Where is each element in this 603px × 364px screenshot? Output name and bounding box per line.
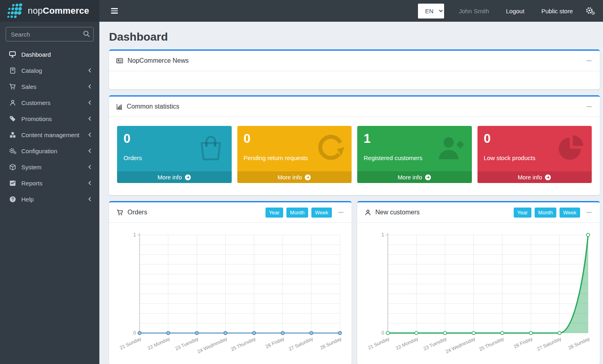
chevron-left-icon [88,116,91,121]
sidebar-item-customers[interactable]: Customers [0,95,99,111]
new-customers-year-button[interactable]: Year [514,208,531,218]
orders-chart: 0121 Sunday22 Monday23 Tuesday24 Wednesd… [113,226,348,364]
stat-box-orders: 0 Orders More info [117,126,232,183]
svg-text:1: 1 [133,232,136,238]
collapse-button[interactable] [586,104,593,110]
sidebar-item-label: Content management [21,132,79,138]
more-info-label: More info [158,174,182,181]
collapse-button[interactable] [338,210,344,216]
user-plus-icon [435,132,466,164]
charts-row: Orders Year Month Week 0121 Sunday22 Mon… [109,201,600,364]
more-info-link[interactable]: More info [237,171,352,183]
orders-chart-area: 0121 Sunday22 Monday23 Tuesday24 Wednesd… [109,223,352,364]
sidebar-item-dashboard[interactable]: Dashboard [0,46,99,62]
user-name: John Smith [451,8,498,14]
svg-text:22 Monday: 22 Monday [395,336,419,351]
nopcommerce-logo-icon [5,3,24,19]
svg-text:28 Sunday: 28 Sunday [319,336,342,351]
logout-link[interactable]: Logout [498,8,533,14]
arrow-circle-icon [545,174,551,181]
news-panel-title: NopCommerce News [128,57,189,64]
svg-text:24 Wednesday: 24 Wednesday [445,336,476,354]
gears-icon [8,148,16,154]
statistics-panel-header: Common statistics [109,97,600,117]
more-info-label: More info [518,174,542,181]
sidebar-item-promotions[interactable]: Promotions [0,111,99,127]
search-icon[interactable] [83,30,90,37]
orders-year-button[interactable]: Year [265,208,283,218]
sidebar-item-label: Dashboard [21,51,51,58]
svg-text:24 Wednesday: 24 Wednesday [196,336,228,354]
sidebar-item-sales[interactable]: Sales [0,78,99,95]
bar-chart-icon [116,103,123,110]
settings-gear-icon[interactable] [585,6,595,15]
book-icon [8,67,16,74]
statistics-panel: Common statistics 0 Orders More info [109,95,600,195]
person-icon [364,209,371,216]
new-customers-chart-area: 0121 Sunday22 Monday23 Tuesday24 Wednesd… [357,223,600,364]
sidebar-menu: Dashboard Catalog Sales Customers [0,46,99,207]
svg-text:25 Thursday: 25 Thursday [478,336,505,352]
orders-week-button[interactable]: Week [311,208,332,218]
sidebar-item-system[interactable]: System [0,159,99,175]
sidebar-item-catalog[interactable]: Catalog [0,62,99,78]
chevron-left-icon [88,165,91,169]
pie-chart-icon [556,132,586,163]
sidebar-item-help[interactable]: ? Help [0,191,99,207]
search-input[interactable] [6,27,94,41]
orders-month-button[interactable]: Month [286,208,308,218]
sidebar-item-configuration[interactable]: Configuration [0,143,99,159]
more-info-link[interactable]: More info [117,171,232,183]
chevron-left-icon [88,181,91,185]
main-content: Dashboard NopCommerce News Common statis… [99,0,603,364]
topbar-actions: EN John Smith Logout Public store [418,0,603,22]
cubes-icon [8,132,16,138]
question-circle-icon: ? [8,196,16,203]
sidebar-item-label: Configuration [21,148,57,154]
sidebar-search [6,27,94,41]
news-panel-body [109,71,600,89]
sidebar-item-reports[interactable]: Reports [0,175,99,191]
svg-text:0: 0 [381,330,384,336]
new-customers-panel: New customers Year Month Week 0121 Sunda… [357,201,600,364]
collapse-button[interactable] [586,58,593,64]
svg-text:26 Friday: 26 Friday [513,336,533,350]
sidebar-item-label: Sales [21,83,37,90]
new-customers-month-button[interactable]: Month [535,208,556,218]
arrow-circle-icon [305,174,311,181]
statistics-boxes: 0 Orders More info 0 Pending return requ… [109,117,600,195]
svg-text:0: 0 [133,330,136,336]
collapse-button[interactable] [586,210,593,216]
news-panel: NopCommerce News [109,49,600,89]
stat-box-pending-returns: 0 Pending return requests More info [237,126,352,183]
new-customers-chart: 0121 Sunday22 Monday23 Tuesday24 Wednesd… [361,226,596,364]
svg-text:28 Sunday: 28 Sunday [567,336,591,351]
svg-text:22 Monday: 22 Monday [147,336,171,351]
sidebar: Dashboard Catalog Sales Customers [0,22,99,364]
statistics-panel-title: Common statistics [127,103,179,110]
sidebar-toggle-button[interactable] [109,6,120,16]
page-title: Dashboard [109,31,600,43]
more-info-label: More info [278,174,302,181]
new-customers-week-button[interactable]: Week [560,208,580,218]
chevron-left-icon [88,132,91,137]
svg-text:26 Friday: 26 Friday [265,336,285,350]
svg-text:?: ? [11,197,14,202]
svg-text:23 Tuesday: 23 Tuesday [174,336,199,352]
chart-line-icon [8,180,16,187]
shopping-bag-icon [196,132,226,163]
desktop-icon [8,51,16,58]
more-info-link[interactable]: More info [357,171,472,183]
public-store-link[interactable]: Public store [533,8,581,14]
language-select[interactable]: EN [418,4,444,19]
svg-text:21 Sunday: 21 Sunday [119,336,142,351]
orders-panel: Orders Year Month Week 0121 Sunday22 Mon… [109,201,352,364]
svg-text:27 Saturday: 27 Saturday [536,336,562,352]
sidebar-item-content-management[interactable]: Content management [0,127,99,143]
orders-panel-title: Orders [128,209,147,216]
brand-logo[interactable]: nopCommerce [0,0,99,22]
new-customers-panel-title: New customers [375,209,420,216]
more-info-link[interactable]: More info [477,171,592,183]
chevron-left-icon [88,197,91,202]
svg-text:1: 1 [381,232,384,238]
